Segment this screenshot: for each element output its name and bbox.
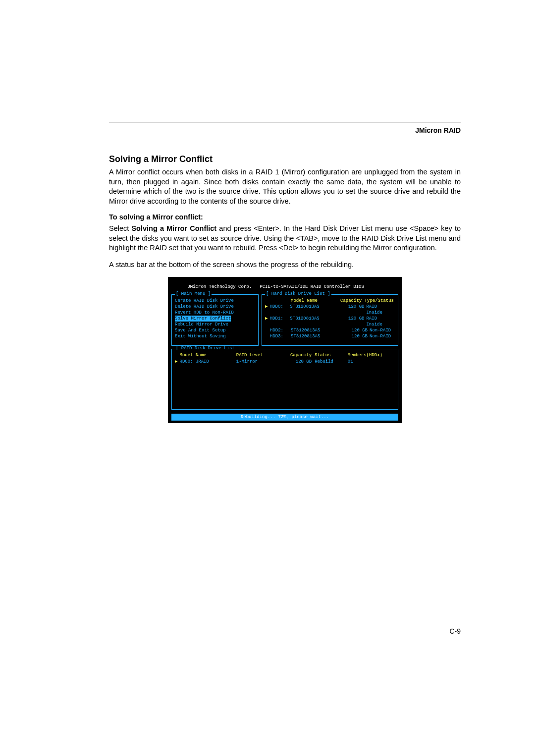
subheading: To solving a Mirror conflict: bbox=[109, 213, 461, 221]
bios-menu-item[interactable]: Rebuild Mirror Drive bbox=[175, 322, 255, 327]
raid-level: 1-Mirror bbox=[236, 359, 279, 365]
bios-menu-item[interactable]: Save And Exit Setup bbox=[175, 327, 255, 333]
p2-bold: Solving a Mirror Conflict bbox=[131, 224, 216, 232]
paragraph-2: Select Solving a Mirror Conflict and pre… bbox=[109, 224, 461, 253]
bios-status-bar: Rebuilding... 72%, please wait... bbox=[171, 414, 398, 421]
bios-hdd-panel-title: [ Hard Disk Drive List ] bbox=[265, 291, 331, 296]
bios-menu-item[interactable]: Exit Without Saving bbox=[175, 333, 255, 339]
hdd-status: RAID Inside bbox=[366, 316, 395, 327]
marker-icon: ▶ bbox=[175, 359, 180, 365]
raid-cap: 120 GB bbox=[278, 359, 315, 365]
hdd-status: Non-RAID bbox=[370, 327, 391, 333]
bios-controller: PCIE-to-SATAII/IDE RAID Controller BIOS bbox=[260, 284, 364, 289]
raid-header-status: Status bbox=[315, 352, 348, 358]
bios-hdd-row[interactable]: ▶ HDD0: ST3120813AS 120 GB RAID Inside bbox=[265, 304, 395, 316]
paragraph-3: A status bar at the bottom of the screen… bbox=[109, 260, 461, 270]
hdd-model: ST3120813AS bbox=[291, 327, 340, 333]
bios-raid-panel: [ RAID Disk Drive List ] Model Name RAID… bbox=[171, 349, 398, 409]
bios-screenshot: JMicron Technology Corp. PCIE-to-SATAII/… bbox=[168, 277, 402, 423]
section-title: Solving a Mirror Conflict bbox=[109, 154, 461, 164]
hdd-cap: 120 GB bbox=[338, 304, 366, 316]
raid-header-cap: Capacity bbox=[278, 352, 315, 358]
bios-hdd-row[interactable]: HDD3: ST3120813AS 120 GB Non-RAID bbox=[265, 333, 395, 339]
hdd-model: ST3120813AS bbox=[290, 316, 338, 327]
bios-hdd-header-capstatus: Capacity Type/Status bbox=[340, 298, 394, 304]
header-title: JMicron RAID bbox=[109, 126, 461, 134]
raid-header-members: Members(HDDx) bbox=[348, 352, 395, 358]
hdd-status: RAID Inside bbox=[366, 304, 395, 316]
bios-main-menu-panel: [ Main Menu ] Cerate RAID Disk Drive Del… bbox=[171, 294, 259, 346]
bios-hdd-row[interactable]: ▶ HDD1: ST3120813AS 120 GB RAID Inside bbox=[265, 316, 395, 327]
raid-header-model: Model Name bbox=[180, 352, 236, 358]
bios-menu-item-selected[interactable]: Solve Mirror Conflict bbox=[175, 316, 231, 322]
bios-hdd-header-model: Model Name bbox=[291, 298, 340, 304]
raid-members: 01 bbox=[348, 359, 395, 365]
bios-menu-item[interactable]: Revert HDD to Non-RAID bbox=[175, 310, 255, 316]
bios-main-menu-title: [ Main Menu ] bbox=[175, 291, 212, 296]
hdd-id: HDD3: bbox=[270, 333, 291, 339]
hdd-cap: 120 GB bbox=[338, 316, 366, 327]
marker-icon: ▶ bbox=[265, 316, 270, 327]
hdd-status: Non-RAID bbox=[370, 333, 391, 339]
hdd-model: ST3120813AS bbox=[290, 304, 338, 316]
bios-raid-panel-title: [ RAID Disk Drive List ] bbox=[175, 346, 241, 351]
hdd-cap: 120 GB bbox=[340, 327, 370, 333]
hdd-model: ST3120813AS bbox=[291, 333, 340, 339]
bios-hdd-panel: [ Hard Disk Drive List ] Model Name Capa… bbox=[262, 294, 398, 346]
paragraph-1: A Mirror conflict occurs when both disks… bbox=[109, 167, 461, 206]
raid-header-level: RAID Level bbox=[236, 352, 279, 358]
bios-menu-item[interactable]: Cerate RAID Disk Drive bbox=[175, 298, 255, 304]
hdd-cap: 120 GB bbox=[340, 333, 370, 339]
marker-icon: ▶ bbox=[265, 304, 270, 316]
bios-vendor: JMicron Technology Corp. bbox=[187, 284, 252, 289]
bios-raid-row[interactable]: ▶ RD00: JRAID 1-Mirror 120 GB Rebuild 01 bbox=[175, 359, 395, 365]
p2-prefix: Select bbox=[109, 224, 131, 232]
marker-icon bbox=[265, 333, 270, 339]
hdd-id: HDD0: bbox=[270, 304, 290, 316]
bios-hdd-row[interactable]: HDD2: ST3120813AS 120 GB Non-RAID bbox=[265, 327, 395, 333]
bios-menu-item[interactable]: Delete RAID Disk Drive bbox=[175, 304, 255, 310]
marker-icon bbox=[265, 327, 270, 333]
raid-status: Rebuild bbox=[315, 359, 348, 365]
raid-model: RD00: JRAID bbox=[180, 359, 236, 365]
hdd-id: HDD1: bbox=[270, 316, 290, 327]
page-number: C-9 bbox=[449, 627, 461, 635]
hdd-id: HDD2: bbox=[270, 327, 291, 333]
header-rule bbox=[109, 122, 461, 122]
